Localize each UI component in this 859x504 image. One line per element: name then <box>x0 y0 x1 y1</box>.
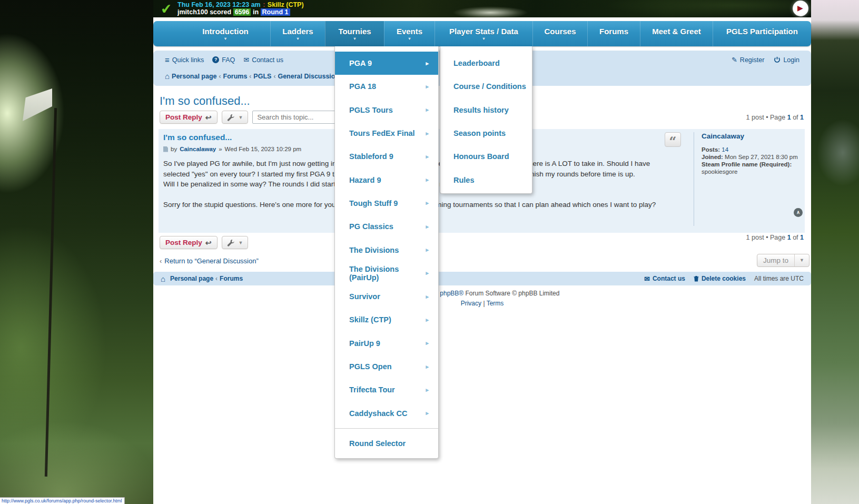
breadcrumb-items: Personal page‹Forums‹PGLS‹General Discus… <box>172 73 339 80</box>
menu-item-label: Round Selector <box>349 439 406 448</box>
nav-item-introduction[interactable]: Introduction▾ <box>181 21 270 46</box>
chevron-right-icon: ▸ <box>426 246 429 253</box>
return-to-forum-link[interactable]: ‹Return to “General Discussion” <box>160 257 259 265</box>
contact-us-link[interactable]: ✉Contact us <box>243 56 283 64</box>
delete-cookies-link[interactable]: Delete cookies <box>694 275 746 282</box>
background-photo-right <box>811 0 859 504</box>
chevron-right-icon: ▸ <box>426 200 429 206</box>
menu-item-survivor[interactable]: Survivor▸ <box>335 285 438 308</box>
phpbb-link[interactable]: phpBB® <box>440 290 463 297</box>
author-steam-name: spookiesgore <box>702 168 802 175</box>
power-icon <box>774 56 781 63</box>
footer-forums-link[interactable]: Forums <box>220 275 243 282</box>
terms-link[interactable]: Terms <box>487 300 504 307</box>
nav-item-pgls-participation[interactable]: PGLS Participation▾ <box>713 21 811 46</box>
bottom-toolbar: Post Reply↩ ▼ <box>160 236 248 249</box>
menu-item-the-divisions[interactable]: The Divisions▸ <box>335 238 438 261</box>
nav-item-ladders[interactable]: Ladders▾ <box>270 21 325 46</box>
trash-icon <box>694 275 699 282</box>
menu-item-stableford-9[interactable]: Stableford 9▸ <box>335 145 438 168</box>
play-icon: ▶ <box>797 4 803 12</box>
menu-item-tours-fedex-final[interactable]: Tours FedEx Final▸ <box>335 122 438 145</box>
chevron-right-icon: ▸ <box>426 176 429 183</box>
privacy-link[interactable]: Privacy <box>461 300 481 307</box>
menu-item-tough-stuff-9[interactable]: Tough Stuff 9▸ <box>335 192 438 215</box>
nav-item-courses[interactable]: Courses▾ <box>532 21 587 46</box>
chevron-down-icon: ▾ <box>224 37 226 41</box>
navbar-spacer <box>153 21 181 46</box>
home-icon: ⌂ <box>161 274 165 283</box>
topic-tools-button-bottom[interactable]: ▼ <box>222 236 249 249</box>
register-link[interactable]: ✎Register <box>732 56 764 64</box>
play-button[interactable]: ▶ <box>793 1 808 16</box>
menu-item-caddyshack-cc[interactable]: Caddyshack CC▸ <box>335 401 438 424</box>
menu-item-pgls-tours[interactable]: PGLS Tours▸ <box>335 98 438 122</box>
page-title: I'm so confused... <box>160 94 250 108</box>
nav-item-label: Ladders <box>282 27 313 36</box>
home-icon: ⌂ <box>165 72 170 81</box>
post-reply-button[interactable]: Post Reply↩ <box>160 111 218 124</box>
login-link[interactable]: Login <box>774 56 799 64</box>
nav-item-label: Events <box>397 27 422 36</box>
nav-item-events[interactable]: Events▾ <box>384 21 435 46</box>
jump-to-button[interactable]: Jump to ▼ <box>757 254 809 267</box>
legal-links: Privacy | Terms <box>153 300 811 307</box>
main-navbar: Introduction▾Ladders▾Tournies▾Events▾Pla… <box>153 21 811 46</box>
author-posts-count-link[interactable]: 14 <box>722 146 728 153</box>
scroll-to-top-button[interactable]: ∧ <box>794 208 803 217</box>
menu-item-trifecta-tour[interactable]: Trifecta Tour▸ <box>335 378 438 401</box>
nav-item-player-stats-data[interactable]: Player Stats / Data▾ <box>435 21 532 46</box>
search-topic-input[interactable] <box>252 111 343 124</box>
post-reply-button-bottom[interactable]: Post Reply↩ <box>160 236 218 249</box>
menu-item-pga-18[interactable]: PGA 18▸ <box>335 75 438 98</box>
menu-item-pga-9[interactable]: PGA 9▸ <box>335 52 438 75</box>
nav-item-meet-greet[interactable]: Meet & Greet▾ <box>640 21 713 46</box>
menu-item-pg-classics[interactable]: PG Classics▸ <box>335 215 438 238</box>
breadcrumb-separator: ‹ <box>217 73 223 80</box>
menu-item-label: Trifecta Tour <box>349 386 395 394</box>
submenu-item-results-history[interactable]: Results history <box>440 98 532 122</box>
breadcrumb-separator: ‹ <box>271 73 278 80</box>
hamburger-icon: ≡ <box>165 55 170 64</box>
faq-link[interactable]: ?FAQ <box>212 56 235 64</box>
sidebar-author-link[interactable]: Caincalaway <box>702 132 802 140</box>
nav-item-label: Introduction <box>202 27 248 36</box>
breadcrumb-link-general-discussion[interactable]: General Discussion <box>278 73 339 80</box>
nav-item-tournies[interactable]: Tournies▾ <box>325 21 384 46</box>
topic-toolbar: Post Reply↩ ▼ <box>160 111 343 124</box>
menu-item-the-divisions-pairup[interactable]: The Divisions (PairUp)▸ <box>335 262 438 285</box>
footer-contact-us-link[interactable]: ✉Contact us <box>644 275 685 283</box>
submenu-item-honours-board[interactable]: Honours Board <box>440 145 532 168</box>
menu-item-hazard-9[interactable]: Hazard 9▸ <box>335 168 438 191</box>
quote-icon: “ <box>665 133 680 151</box>
menu-item-pairup-9[interactable]: PairUp 9▸ <box>335 332 438 355</box>
nav-item-label: Tournies <box>338 27 371 36</box>
menu-item-round-selector[interactable]: Round Selector <box>335 432 438 455</box>
post-author-link[interactable]: Caincalaway <box>180 146 216 152</box>
quote-button[interactable]: “ <box>665 132 681 147</box>
chevron-right-icon: ▸ <box>426 270 429 276</box>
submenu-item-rules[interactable]: Rules <box>440 168 532 191</box>
menu-item-skillz-ctp[interactable]: Skillz (CTP)▸ <box>335 308 438 331</box>
submenu-item-course-conditions[interactable]: Course / Conditions <box>440 75 532 98</box>
topic-tools-button[interactable]: ▼ <box>222 111 249 124</box>
ticker-timestamp: Thu Feb 16, 2023 12:23 am <box>177 1 261 8</box>
footer-personal-page-link[interactable]: ⌂Personal page <box>161 274 213 283</box>
post-subject-link[interactable]: I'm so confused... <box>163 133 232 142</box>
menu-item-label: PairUp 9 <box>349 339 380 348</box>
breadcrumb-link-forums[interactable]: Forums <box>223 73 248 80</box>
chevron-down-icon: ▼ <box>794 254 809 266</box>
nav-item-forums[interactable]: Forums▾ <box>587 21 640 46</box>
submenu-item-season-points[interactable]: Season points <box>440 122 532 145</box>
author-joined-date: Mon Sep 27, 2021 8:30 pm <box>725 154 798 160</box>
breadcrumb-link-personal-page[interactable]: Personal page <box>172 73 216 80</box>
nav-item-label: Meet & Greet <box>652 27 701 36</box>
submenu-item-leaderboard[interactable]: Leaderboard <box>440 52 532 75</box>
ticker-round: Round 1 <box>261 8 290 16</box>
ticker-separator: : <box>262 1 265 8</box>
menu-item-pgls-open[interactable]: PGLS Open▸ <box>335 355 438 378</box>
quick-links-button[interactable]: ≡Quick links <box>165 55 204 64</box>
menu-item-label: The Divisions (PairUp) <box>349 265 426 282</box>
breadcrumb-link-pgls[interactable]: PGLS <box>253 73 271 80</box>
golf-flag <box>23 88 52 121</box>
